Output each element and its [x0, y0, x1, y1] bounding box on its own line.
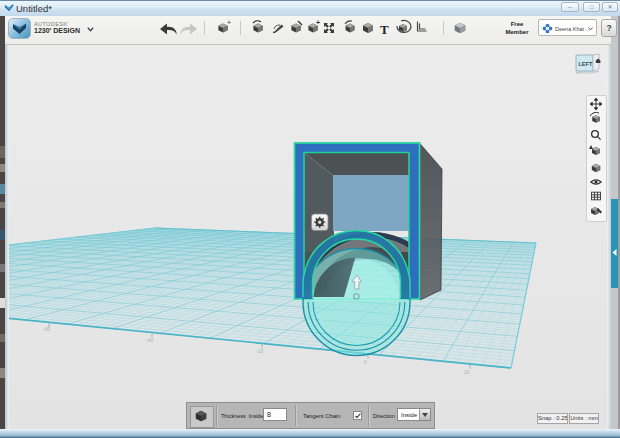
svg-text:20: 20 [464, 369, 470, 375]
svg-text:T: T [380, 22, 389, 37]
svg-text:LEFT: LEFT [579, 61, 593, 67]
svg-text:-40: -40 [146, 337, 153, 343]
svg-text:-20: -20 [256, 348, 263, 354]
svg-text:+: + [227, 19, 231, 26]
svg-text:0: 0 [364, 359, 367, 365]
svg-text:+: + [316, 19, 320, 26]
svg-text:-60: -60 [43, 326, 50, 332]
